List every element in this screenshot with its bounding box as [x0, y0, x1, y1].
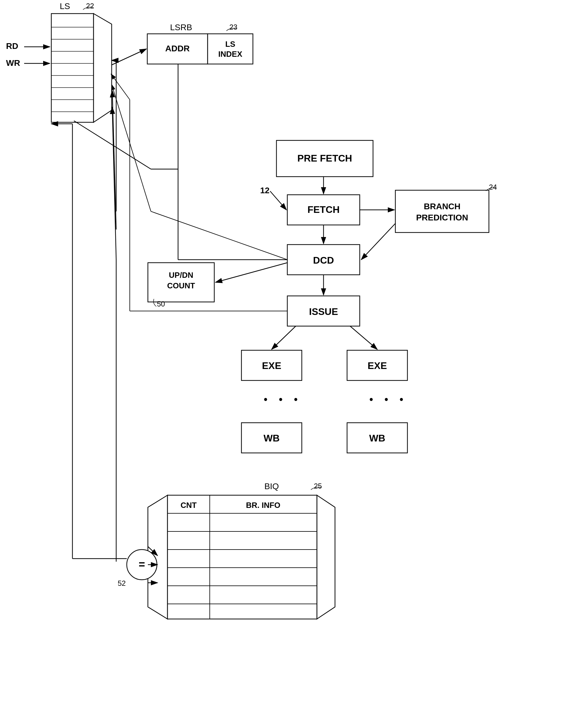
svg-text:12: 12 [260, 186, 269, 195]
svg-text:•: • [399, 393, 404, 406]
svg-text:LSRB: LSRB [170, 23, 192, 32]
svg-text:EXE: EXE [262, 360, 281, 371]
diagram-container: LS 22 RD WR LSRB 23 ADDR LS [0, 0, 571, 728]
svg-text:FETCH: FETCH [308, 204, 340, 215]
svg-text:WB: WB [369, 433, 385, 443]
svg-text:•: • [369, 393, 373, 406]
svg-text:CNT: CNT [181, 501, 197, 510]
svg-line-25 [112, 49, 146, 65]
svg-text:•: • [384, 393, 388, 406]
svg-line-93 [151, 211, 287, 260]
svg-text:EXE: EXE [368, 360, 387, 371]
svg-line-90 [74, 121, 151, 169]
svg-text:LS: LS [225, 39, 235, 48]
svg-text:PREDICTION: PREDICTION [416, 213, 468, 222]
svg-text:BIQ: BIQ [264, 482, 279, 491]
svg-line-92 [270, 191, 287, 210]
svg-text:23: 23 [229, 23, 237, 31]
svg-text:UP/DN: UP/DN [169, 271, 194, 280]
svg-text:WB: WB [263, 433, 279, 443]
svg-rect-21 [208, 34, 253, 64]
svg-line-39 [361, 223, 395, 260]
svg-text:25: 25 [314, 482, 322, 490]
svg-text:BRANCH: BRANCH [424, 202, 460, 211]
svg-line-44 [216, 263, 287, 282]
svg-text:24: 24 [489, 183, 497, 191]
svg-text:52: 52 [118, 579, 126, 587]
svg-text:ISSUE: ISSUE [309, 306, 338, 317]
svg-text:•: • [279, 393, 283, 406]
svg-text:WR: WR [6, 58, 20, 68]
svg-text:=: = [138, 558, 145, 571]
svg-text:BR. INFO: BR. INFO [246, 501, 280, 510]
diagram-svg: LS 22 RD WR LSRB 23 ADDR LS [0, 0, 571, 728]
svg-text:LS: LS [60, 2, 70, 11]
svg-text:22: 22 [86, 2, 94, 10]
svg-marker-67 [317, 495, 335, 619]
svg-line-53 [350, 326, 377, 349]
svg-line-97 [111, 74, 130, 100]
svg-marker-1 [94, 14, 112, 122]
svg-text:DCD: DCD [313, 255, 334, 266]
svg-line-52 [271, 326, 296, 349]
svg-text:50: 50 [157, 300, 165, 308]
svg-text:COUNT: COUNT [167, 281, 195, 290]
svg-text:INDEX: INDEX [218, 49, 242, 59]
svg-text:RD: RD [6, 41, 18, 51]
svg-text:PRE FETCH: PRE FETCH [297, 153, 352, 164]
svg-line-101 [112, 91, 116, 229]
svg-rect-68 [167, 495, 317, 619]
svg-line-102 [112, 107, 116, 260]
svg-rect-31 [395, 190, 489, 232]
svg-text:•: • [264, 393, 268, 406]
svg-rect-0 [51, 14, 94, 122]
svg-text:•: • [294, 393, 298, 406]
svg-text:ADDR: ADDR [165, 44, 190, 53]
